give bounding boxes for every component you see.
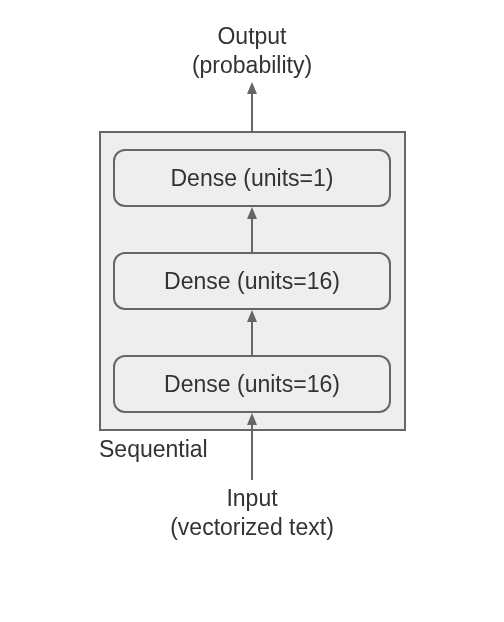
layer-label: Dense (units=16): [164, 371, 340, 398]
arrow-input: [247, 413, 257, 480]
layer-box-middle: Dense (units=16): [113, 252, 391, 310]
arrow-layer-2-to-3: [247, 207, 257, 252]
layer-label: Dense (units=16): [164, 268, 340, 295]
input-title: Input: [0, 484, 504, 513]
layer-label: Dense (units=1): [171, 165, 334, 192]
svg-marker-5: [247, 310, 257, 322]
arrow-output: [247, 82, 257, 131]
arrow-layer-1-to-2: [247, 310, 257, 355]
layer-box-top: Dense (units=1): [113, 149, 391, 207]
output-title: Output: [0, 22, 504, 51]
svg-marker-7: [247, 413, 257, 425]
diagram-canvas: Output (probability) Dense (units=1) Den…: [0, 0, 504, 622]
svg-marker-3: [247, 207, 257, 219]
input-subtitle: (vectorized text): [0, 513, 504, 542]
svg-marker-1: [247, 82, 257, 94]
layer-box-bottom: Dense (units=16): [113, 355, 391, 413]
container-label: Sequential: [99, 435, 208, 464]
output-subtitle: (probability): [0, 51, 504, 80]
